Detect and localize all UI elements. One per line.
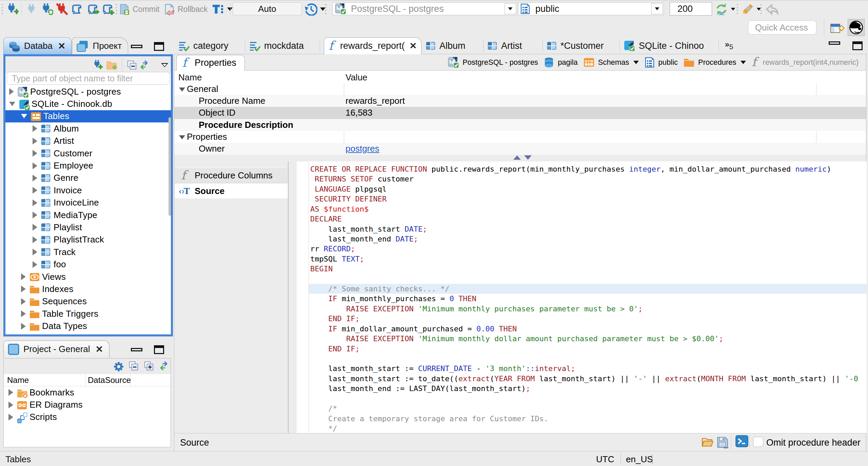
load-from-file-button[interactable] [701,435,714,448]
project-item-er-diagrams[interactable]: ER Diagrams [4,399,171,411]
tab-database-navigator[interactable]: Databa ✕ [3,37,72,54]
nav-link-editor-button[interactable] [138,60,150,70]
expand-arrow-icon[interactable] [33,175,37,181]
tree-item-genre[interactable]: Genre [5,172,171,184]
connect-button[interactable] [26,3,37,16]
omit-procedure-header-checkbox[interactable] [753,437,763,447]
new-sql-editor-button[interactable] [101,3,114,16]
minimize-editor-button[interactable] [829,41,840,45]
schema-combo[interactable]: public [518,2,664,15]
datasource-dropdown-button[interactable] [505,3,516,14]
project-link-editor-button[interactable] [158,361,170,371]
tree-item-playlist[interactable]: Playlist [5,221,171,233]
quick-access-input[interactable]: Quick Access [748,20,816,35]
tab-project-general[interactable]: Project - General ✕ [3,341,110,357]
expand-arrow-icon[interactable] [33,199,37,206]
expand-arrow-icon[interactable] [33,138,37,144]
editor-tab-rewards-report-[interactable]: frewards_report(✕ [324,37,421,54]
expand-arrow-icon[interactable] [33,187,37,194]
nav-collapse-all-button[interactable] [127,60,137,70]
close-icon[interactable]: ✕ [96,344,103,355]
open-perspective-button[interactable] [830,21,845,36]
expand-arrow-icon[interactable] [33,261,37,268]
disconnect-button[interactable] [56,3,68,16]
column-header-name[interactable]: Name [7,375,29,385]
expand-arrow-icon[interactable] [33,236,37,243]
page-tab-source[interactable]: TSource [175,183,292,198]
tree-item-views[interactable]: Views [5,271,171,283]
editor-tab-mockdata[interactable]: mockdata [245,37,320,54]
tree-item-sequences[interactable]: Sequences [5,295,171,308]
status-locale[interactable]: en_US [626,454,653,465]
tree-item-foo[interactable]: foo [5,258,171,270]
minimize-view-button[interactable] [131,45,142,48]
transaction-log-button[interactable] [304,3,326,16]
editor-tab-artist[interactable]: Artist [483,37,542,54]
sash-up-icon[interactable] [513,155,521,160]
close-icon[interactable]: ✕ [58,41,66,52]
nav-new-connection-button[interactable] [93,60,103,70]
tree-item-tables[interactable]: Tables [5,110,171,122]
project-collapse-all-button[interactable] [129,361,139,371]
expand-arrow-icon[interactable] [21,273,26,280]
tree-item-sqlite-chinook-db[interactable]: SQLite - Chinook.db [5,98,171,110]
project-settings-button[interactable] [113,361,124,372]
tree-item-artist[interactable]: Artist [5,135,171,147]
expand-arrow-icon[interactable] [33,224,37,231]
tree-item-invoiceline[interactable]: InvoiceLine [5,197,171,209]
expand-arrow-icon[interactable] [9,88,14,95]
editor-tab--customer[interactable]: *Customer [542,37,619,54]
editor-tab-album[interactable]: Album [421,37,483,54]
close-icon[interactable]: ✕ [410,41,417,51]
property-row-owner[interactable]: Ownerpostgres [174,143,866,155]
tree-item-indexes[interactable]: Indexes [5,283,171,295]
expand-arrow-icon[interactable] [33,125,37,132]
expand-arrow-icon[interactable] [33,249,37,255]
breadcrumb-item-postgresql-postgres[interactable]: PostgreSQL - postgres [448,57,538,68]
tab-projects[interactable]: Проект [72,37,128,54]
column-header-value[interactable]: Value [346,72,368,83]
expand-arrow-icon[interactable] [21,323,26,330]
tree-item-employee[interactable]: Employee [5,159,171,172]
expand-arrow-icon[interactable] [8,389,13,396]
save-to-file-button[interactable] [716,435,728,448]
expand-arrow-icon[interactable] [21,286,26,292]
property-row-procedure-description[interactable]: Procedure Description [174,119,866,131]
tree-item-invoice[interactable]: Invoice [5,184,171,196]
column-header-datasource[interactable]: DataSource [88,375,131,385]
breadcrumb-item-schemas[interactable]: Schemas [583,57,639,68]
source-code[interactable]: CREATE OR REPLACE FUNCTION public.reward… [309,164,867,433]
owner-link[interactable]: postgres [346,143,379,154]
nav-scrollbar[interactable] [169,117,171,216]
breadcrumb-item-rewards-report-int4-numeric-[interactable]: frewards_report(int4,numeric) [751,56,859,69]
breadcrumb-item-public[interactable]: public [644,57,678,68]
property-value[interactable]: postgres [346,143,379,154]
editor-tab-sqlite-chinoo[interactable]: SQLite - Chinoo [619,37,718,54]
expand-arrow-icon[interactable] [33,150,37,157]
column-divider[interactable] [85,374,85,386]
maximize-view-button[interactable] [154,345,164,354]
collapse-arrow-icon[interactable] [21,114,27,118]
nav-new-folder-button[interactable] [106,60,117,71]
property-row-general[interactable]: General [174,83,866,95]
rollback-button[interactable]: Rollback [164,3,208,16]
breadcrumb-item-procedures[interactable]: Procedures [683,57,746,68]
property-row-properties[interactable]: Properties [174,131,866,143]
schema-dropdown-button[interactable] [651,3,663,14]
tree-item-playlisttrack[interactable]: PlaylistTrack [5,234,171,246]
tree-item-album[interactable]: Album [5,122,171,135]
commit-button[interactable]: Commit [119,3,159,16]
column-header-name[interactable]: Name [178,72,202,83]
maximize-view-button[interactable] [154,42,164,51]
tree-item-customer[interactable]: Customer [5,147,171,159]
refresh-button[interactable] [715,3,736,16]
breadcrumb-item-pagila[interactable]: pagila [544,57,578,68]
project-item-scripts[interactable]: Scripts [4,411,171,423]
reconnect-button[interactable] [41,3,53,16]
expand-arrow-icon[interactable] [33,162,37,169]
tree-item-track[interactable]: Track [5,246,171,258]
editor-tab-category[interactable]: category [174,37,245,54]
tree-item-data-types[interactable]: Data Types [5,320,171,332]
property-row-procedure-name[interactable]: Procedure Namerewards_report [174,95,866,107]
collapse-arrow-icon[interactable] [179,88,185,92]
